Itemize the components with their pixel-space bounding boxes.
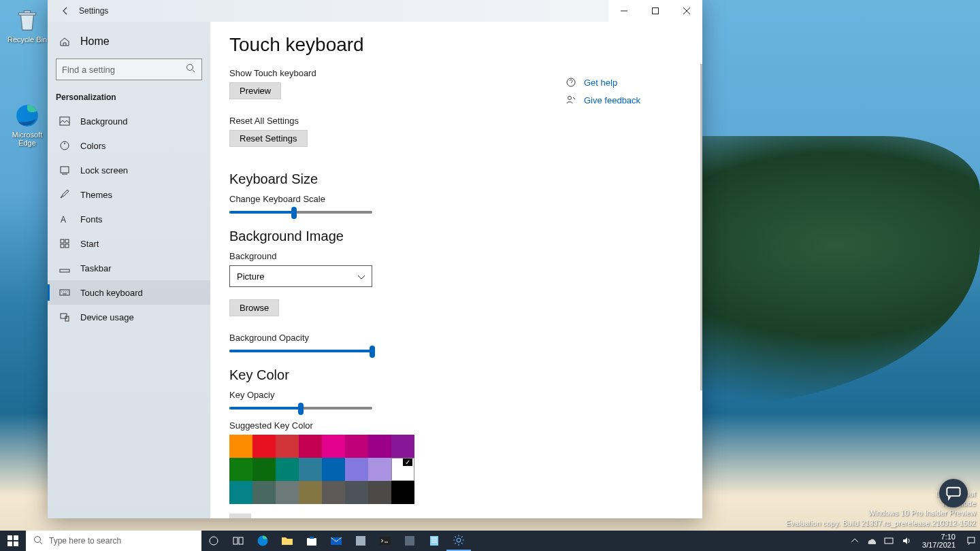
maximize-button[interactable] <box>640 0 671 22</box>
color-swatch[interactable] <box>252 435 276 458</box>
taskbar-app-edge[interactable] <box>250 531 275 551</box>
taskbar-app-store[interactable] <box>299 531 324 551</box>
svg-rect-32 <box>430 536 438 546</box>
back-button[interactable] <box>57 3 74 19</box>
preview-button[interactable]: Preview <box>229 82 281 99</box>
color-swatch[interactable] <box>345 435 368 458</box>
color-swatch[interactable] <box>345 481 368 504</box>
taskbar-app-mail[interactable] <box>324 531 348 551</box>
color-swatch[interactable] <box>299 435 322 458</box>
taskbar-search[interactable]: Type here to search <box>26 531 201 551</box>
sidebar-item-start[interactable]: Start <box>48 231 210 256</box>
sidebar-item-colors[interactable]: Colors <box>48 133 210 158</box>
home-icon <box>59 35 71 48</box>
scale-label: Change Keyboard Scale <box>229 194 683 204</box>
color-swatch[interactable] <box>322 481 345 504</box>
taskbar-app-terminal[interactable] <box>373 531 397 551</box>
tray-onedrive-icon[interactable] <box>862 531 880 551</box>
bg-opacity-slider[interactable] <box>229 350 372 352</box>
tray-input-icon[interactable] <box>880 531 898 551</box>
sidebar-item-device-usage[interactable]: Device usage <box>48 305 210 329</box>
tray-chevron-up-icon[interactable] <box>847 531 862 551</box>
search-icon <box>185 63 196 76</box>
task-view-icon[interactable] <box>226 531 250 551</box>
keyboard-size-heading: Keyboard Size <box>229 171 683 187</box>
svg-point-4 <box>61 141 69 150</box>
color-swatch[interactable] <box>391 435 414 458</box>
color-swatch[interactable] <box>229 458 252 481</box>
start-button[interactable] <box>0 531 26 551</box>
svg-point-33 <box>457 538 461 542</box>
svg-rect-20 <box>7 541 12 546</box>
sidebar-item-background[interactable]: Background <box>48 109 210 133</box>
help-panel: Get help Give feedback <box>565 76 687 112</box>
color-swatch[interactable] <box>322 458 345 481</box>
home-link[interactable]: Home <box>48 29 210 54</box>
cortana-icon[interactable] <box>201 531 226 551</box>
scale-slider[interactable] <box>229 211 372 214</box>
bg-dropdown[interactable]: Picture <box>229 265 372 287</box>
color-swatch[interactable] <box>391 481 414 504</box>
get-help-link[interactable]: Get help <box>565 76 687 88</box>
taskbar-icon <box>59 262 71 274</box>
svg-rect-11 <box>65 244 69 248</box>
taskbar-app-generic2[interactable] <box>397 531 422 551</box>
key-opacity-slider[interactable] <box>229 407 372 410</box>
browse-button[interactable]: Browse <box>229 299 279 316</box>
sidebar-item-fonts[interactable]: A Fonts <box>48 207 210 231</box>
key-color-heading: Key Color <box>229 367 683 383</box>
desktop-icon-recycle-bin[interactable]: Recycle Bin <box>7 7 48 44</box>
sidebar-item-taskbar[interactable]: Taskbar <box>48 256 210 280</box>
tray-volume-icon[interactable] <box>898 531 915 551</box>
close-button[interactable] <box>671 0 702 22</box>
scrollbar[interactable] <box>700 64 702 390</box>
keyboard-icon <box>59 286 71 299</box>
lock-screen-icon <box>59 164 71 176</box>
give-feedback-link[interactable]: Give feedback <box>565 94 687 106</box>
reset-button[interactable]: Reset Settings <box>229 130 308 147</box>
svg-point-17 <box>568 97 572 100</box>
sidebar-item-lock-screen[interactable]: Lock screen <box>48 158 210 182</box>
svg-text:A: A <box>61 215 66 224</box>
chat-overlay-icon[interactable] <box>939 479 968 507</box>
minimize-button[interactable] <box>608 0 640 22</box>
taskbar-app-generic1[interactable] <box>348 531 373 551</box>
titlebar: Settings <box>48 0 702 22</box>
color-swatch[interactable] <box>276 481 299 504</box>
color-swatch[interactable] <box>252 481 276 504</box>
color-swatch[interactable] <box>368 458 391 481</box>
svg-rect-10 <box>61 244 64 248</box>
color-swatch[interactable] <box>391 458 414 481</box>
svg-rect-24 <box>233 537 238 544</box>
color-swatch[interactable] <box>229 481 252 504</box>
color-swatch[interactable] <box>368 481 391 504</box>
color-swatch[interactable] <box>276 458 299 481</box>
color-swatch[interactable] <box>276 435 299 458</box>
svg-rect-9 <box>65 239 69 243</box>
svg-point-2 <box>187 65 193 71</box>
sidebar-item-themes[interactable]: Themes <box>48 182 210 207</box>
tray-notifications-icon[interactable] <box>962 531 980 551</box>
color-swatch[interactable] <box>322 435 345 458</box>
svg-rect-13 <box>60 290 69 295</box>
color-swatch[interactable] <box>368 435 391 458</box>
color-swatch[interactable] <box>229 435 252 458</box>
desktop-icon-edge[interactable]: Microsoft Edge <box>7 102 48 147</box>
custom-color-button[interactable]: + <box>229 514 251 518</box>
taskbar-clock[interactable]: 7:10 3/17/2021 <box>915 533 962 549</box>
bg-opacity-label: Background Opacity <box>229 333 683 343</box>
svg-rect-34 <box>885 538 893 544</box>
edge-icon <box>14 102 41 129</box>
taskbar-app-explorer[interactable] <box>275 531 299 551</box>
sidebar-item-touch-keyboard[interactable]: Touch keyboard <box>48 280 210 305</box>
page-title: Touch keyboard <box>229 34 683 56</box>
taskbar-app-settings[interactable] <box>446 531 471 551</box>
color-swatch[interactable] <box>299 458 322 481</box>
color-swatch[interactable] <box>299 481 322 504</box>
search-input[interactable] <box>56 59 202 80</box>
taskbar-app-notepad[interactable] <box>422 531 446 551</box>
color-swatch[interactable] <box>252 458 276 481</box>
chevron-down-icon <box>358 271 365 282</box>
color-swatch[interactable] <box>345 458 368 481</box>
svg-rect-35 <box>968 537 975 543</box>
